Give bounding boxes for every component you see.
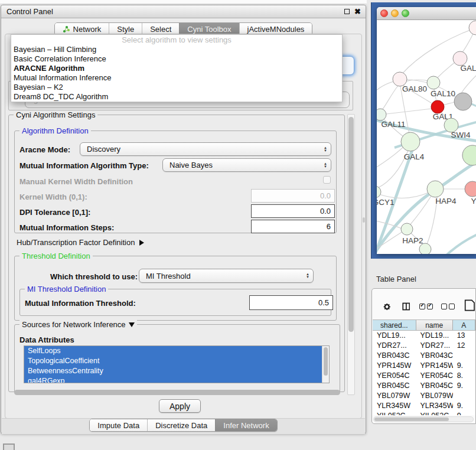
unchecked-pair-icon[interactable]: [441, 304, 455, 309]
scrollbar-thumb[interactable]: [14, 390, 340, 395]
zoom-traffic-light-icon[interactable]: [402, 9, 409, 17]
algorithm-option-bayesian-hill-climbing[interactable]: Bayesian – Hill Climbing: [11, 45, 342, 54]
table-cell: YER054C: [373, 371, 416, 381]
dpi-tolerance-field[interactable]: 0.0: [251, 204, 335, 218]
bottom-tab-bar: Impute DataDiscretize DataInfer Network: [1, 419, 366, 432]
scrollbar-thumb[interactable]: [348, 117, 354, 332]
algorithm-option-basic-correlation-inference[interactable]: Basic Correlation Inference: [11, 54, 342, 64]
network-node-gal10[interactable]: [427, 76, 440, 89]
bottom-tab-discretize-data[interactable]: Discretize Data: [147, 419, 215, 431]
table-row[interactable]: YBR043CYBR043C: [373, 351, 475, 361]
network-node-y[interactable]: [465, 181, 476, 197]
hub-definition-expander[interactable]: Hub/Transcription Factor Definition: [17, 238, 144, 247]
table-horizontal-scrollbar[interactable]: [373, 416, 474, 422]
threshold-definition-group: Threshold Definition Which threshold to …: [14, 256, 337, 321]
network-edge[interactable]: [379, 192, 430, 198]
dpi-tolerance-label: DPI Tolerance [0,1]:: [19, 208, 90, 217]
mi-threshold-field[interactable]: 0.5: [249, 295, 333, 310]
tab-cyni-toolbox[interactable]: Cyni Toolbox: [179, 23, 239, 35]
algorithm-option-bayesian-k2[interactable]: Bayesian – K2: [11, 83, 342, 92]
settings-horizontal-scrollbar[interactable]: [13, 389, 345, 396]
network-node-hap2[interactable]: [401, 223, 413, 235]
table-cell: [453, 391, 475, 401]
node-label: SWI4: [451, 131, 470, 139]
apply-button[interactable]: Apply: [159, 399, 201, 413]
cyni-algorithm-settings-title: Cyni Algorithm Settings: [14, 110, 97, 119]
network-node-gal11[interactable]: [377, 109, 386, 120]
table-cell: YDL19...: [416, 331, 453, 341]
tab-jactivemnodules[interactable]: jActiveMNodules: [239, 23, 312, 35]
attributes-vertical-scrollbar[interactable]: [322, 346, 329, 383]
gear-icon[interactable]: [383, 302, 392, 312]
tab-select[interactable]: Select: [142, 23, 179, 35]
network-canvas[interactable]: GALGAL80GAL10GAL1GAL11SWI4GAL4GCY1HAP4YH…: [377, 20, 476, 254]
table-cell: YER054C: [416, 371, 453, 381]
table-header-row: shared...nameA: [373, 319, 475, 331]
column-header-name[interactable]: name: [416, 320, 453, 330]
table-row[interactable]: YDL19...YDL19...13: [373, 331, 475, 341]
node-label: GAL: [460, 64, 476, 73]
tab-network[interactable]: Network: [55, 23, 109, 35]
network-node-gal1[interactable]: [431, 100, 444, 113]
network-window-titlebar[interactable]: [377, 7, 476, 20]
network-node-hap4[interactable]: [427, 181, 444, 197]
columns-icon[interactable]: [402, 302, 410, 311]
bottom-tab-impute-data[interactable]: Impute Data: [90, 419, 147, 431]
network-node[interactable]: [469, 21, 476, 35]
float-window-icon[interactable]: [344, 9, 350, 14]
table-row[interactable]: YDR27...YDR27...12: [373, 341, 475, 351]
which-threshold-combobox[interactable]: MI Threshold ▲▼: [139, 269, 314, 283]
network-edge[interactable]: [377, 144, 406, 168]
table-icon[interactable]: [464, 298, 475, 312]
attribute-item-topologicalcoefficient[interactable]: TopologicalCoefficient: [24, 356, 329, 366]
algorithm-option-mutual-information-inference[interactable]: Mutual Information Inference: [11, 73, 342, 83]
scrollbar-thumb[interactable]: [374, 418, 449, 421]
table-cell: 13: [453, 331, 475, 341]
table-row[interactable]: YER054CYER054C8.: [373, 371, 475, 381]
table-row[interactable]: YPR145WYPR145W9.: [373, 361, 475, 371]
network-node[interactable]: [454, 93, 472, 110]
network-node[interactable]: [419, 243, 431, 254]
bottom-tab-infer-network[interactable]: Infer Network: [215, 419, 276, 431]
dpi-tolerance-value: 0.0: [320, 207, 331, 216]
corner-grip-icon[interactable]: [3, 444, 15, 450]
network-edge[interactable]: [382, 86, 398, 110]
algorithm-option-aracne-algorithm[interactable]: ARACNE Algorithm: [11, 64, 342, 73]
table-row[interactable]: YLR345WYLR345W9.: [373, 401, 475, 411]
mi-algorithm-type-combobox[interactable]: Naive Bayes ▲▼: [162, 158, 331, 172]
attribute-item-betweennesscentrality[interactable]: BetweennessCentrality: [24, 366, 329, 376]
close-traffic-light-icon[interactable]: [380, 9, 388, 17]
algorithm-definition-title: Algorithm Definition: [19, 126, 91, 135]
data-attributes-list[interactable]: SelfLoopsTopologicalCoefficientBetweenne…: [24, 345, 330, 383]
manual-kernel-width-checkbox[interactable]: [323, 176, 331, 184]
network-node-gcy1[interactable]: [377, 186, 381, 198]
network-window[interactable]: GALGAL80GAL10GAL1GAL11SWI4GAL4GCY1HAP4YH…: [377, 7, 476, 254]
minimize-traffic-light-icon[interactable]: [391, 9, 399, 17]
panel-divider-handle[interactable]: [363, 217, 365, 223]
mi-steps-field[interactable]: 6: [251, 220, 335, 233]
kernel-width-field[interactable]: 0.0: [251, 189, 335, 203]
column-header-shared[interactable]: shared...: [373, 320, 416, 330]
scrollbar-thumb[interactable]: [324, 347, 328, 376]
aracne-mode-combobox[interactable]: Discovery ▲▼: [80, 142, 331, 156]
checked-pair-icon[interactable]: [419, 304, 433, 309]
table-row[interactable]: YBR045CYBR045C9.: [373, 381, 475, 391]
table-row[interactable]: YIL052CYIL052C9: [373, 411, 475, 415]
attribute-item-gal4rgexp[interactable]: gal4RGexp: [24, 376, 329, 383]
close-icon[interactable]: ✖: [354, 7, 361, 17]
column-header-a[interactable]: A: [453, 320, 475, 330]
control-panel-titlebar[interactable]: Control Panel ✖: [1, 5, 366, 18]
network-node[interactable]: [462, 145, 476, 165]
bottom-tab-segment: Impute DataDiscretize DataInfer Network: [89, 419, 277, 432]
attribute-item-selfloops[interactable]: SelfLoops: [24, 346, 329, 356]
network-edge[interactable]: [444, 102, 455, 105]
table-cell: YBL079W: [416, 391, 453, 401]
settings-vertical-scrollbar[interactable]: [347, 114, 355, 395]
table-row[interactable]: YBL079WYBL079W: [373, 391, 475, 401]
network-edge[interactable]: [386, 109, 432, 114]
tab-style[interactable]: Style: [109, 23, 142, 35]
network-node-gal4[interactable]: [401, 132, 420, 151]
algorithm-option-dream8-dc-tdc-algorithm[interactable]: Dream8 DC_TDC Algorithm: [11, 92, 342, 102]
kernel-width-value: 0.0: [320, 191, 331, 200]
network-edge[interactable]: [446, 234, 476, 254]
